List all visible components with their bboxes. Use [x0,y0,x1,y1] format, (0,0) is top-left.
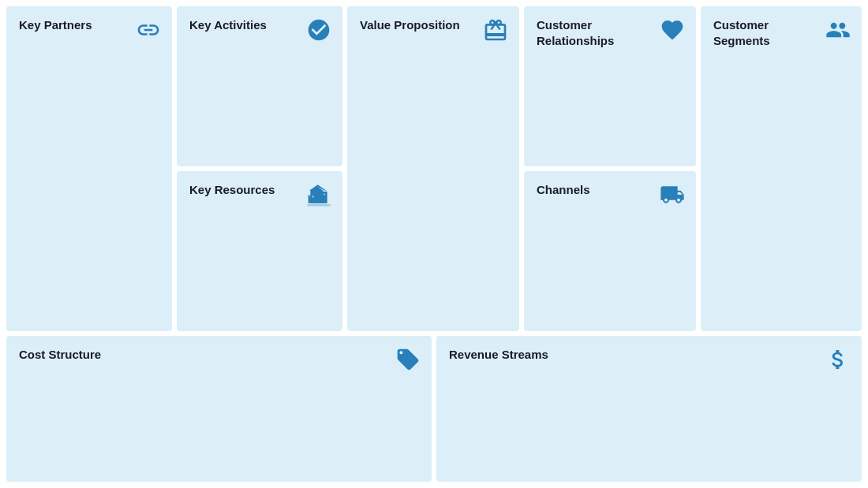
key-resources-title: Key Resources [189,182,295,198]
cell-value-proposition[interactable]: Value Proposition [347,6,519,331]
top-section: Key Partners Key Activities Key Resource… [6,6,862,331]
gift-icon [483,17,508,48]
heart-icon [660,17,685,48]
group-icon [825,17,851,48]
business-model-canvas: Key Partners Key Activities Key Resource… [0,0,868,488]
cell-key-activities[interactable]: Key Activities [177,6,342,166]
check-icon [306,17,331,48]
customer-relationships-title: Customer Relationships [537,17,647,48]
link-icon [136,17,161,48]
key-activities-title: Key Activities [189,17,295,33]
cell-cost-structure[interactable]: Cost Structure [6,336,432,482]
cell-key-resources[interactable]: Key Resources [177,171,342,331]
value-proposition-title: Value Proposition [360,17,470,33]
cell-key-partners[interactable]: Key Partners [6,6,172,331]
col-key-activities-resources: Key Activities Key Resources [177,6,342,331]
truck-icon [660,182,685,213]
customer-segments-title: Customer Segments [713,17,815,48]
cell-customer-segments[interactable]: Customer Segments [701,6,862,331]
factory-icon [306,182,331,213]
cost-structure-title: Cost Structure [19,347,319,363]
tag-icon [395,347,421,378]
revenue-streams-title: Revenue Streams [449,347,749,363]
money-icon [825,347,851,378]
bottom-section: Cost Structure Revenue Streams [6,336,862,482]
channels-title: Channels [537,182,647,198]
key-partners-title: Key Partners [19,17,125,33]
col-customer-rel-channels: Customer Relationships Channels [524,6,696,331]
cell-customer-relationships[interactable]: Customer Relationships [524,6,696,166]
cell-revenue-streams[interactable]: Revenue Streams [436,336,862,482]
cell-channels[interactable]: Channels [524,171,696,331]
